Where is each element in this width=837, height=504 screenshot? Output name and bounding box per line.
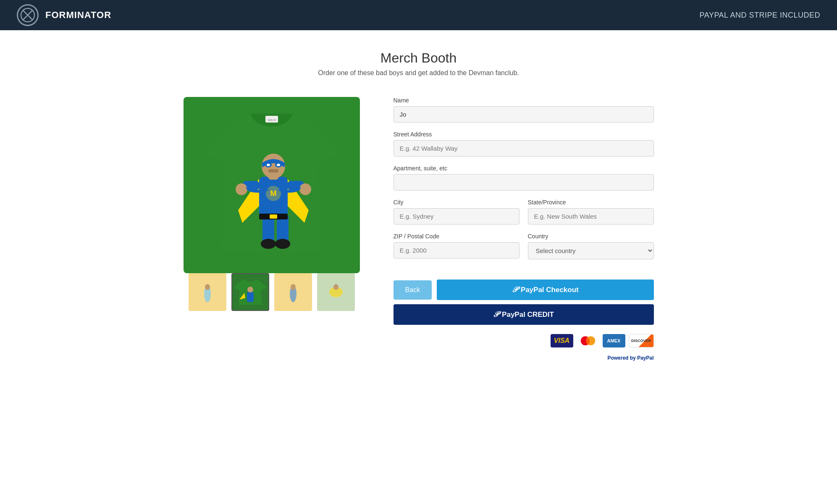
svg-text:SIZE M: SIZE M: [267, 119, 276, 121]
svg-point-19: [262, 154, 285, 179]
svg-rect-11: [270, 214, 277, 219]
payment-logos: VISA AMEX DISCOVER: [394, 334, 654, 347]
city-input[interactable]: [394, 208, 520, 225]
visa-badge: VISA: [551, 334, 573, 347]
state-label: State/Province: [528, 199, 654, 206]
svg-point-28: [247, 287, 253, 292]
svg-point-16: [236, 183, 247, 195]
product-thumbnails: [184, 273, 360, 311]
svg-point-8: [275, 239, 290, 249]
zip-country-row: ZIP / Postal Code Country Select country…: [394, 233, 654, 268]
svg-rect-27: [247, 292, 254, 302]
svg-point-22: [267, 164, 270, 166]
primary-btn-row: Back 𝒫 PayPal Checkout: [394, 279, 654, 300]
product-section: SIZE M: [184, 97, 360, 311]
svg-text:M: M: [270, 189, 276, 198]
form-section: Name Street Address Apartment, suite, et…: [394, 97, 654, 361]
zip-input[interactable]: [394, 242, 520, 259]
svg-point-26: [205, 284, 210, 290]
buttons-area: Back 𝒫 PayPal Checkout 𝒫 PayPal CREDIT V…: [394, 279, 654, 361]
page-title: Merch Booth: [184, 50, 654, 66]
zip-group: ZIP / Postal Code: [394, 233, 520, 259]
discover-badge: DISCOVER: [629, 334, 654, 347]
name-group: Name: [394, 97, 654, 123]
powered-by-brand: PayPal: [637, 355, 653, 361]
state-input[interactable]: [528, 208, 654, 225]
logo-icon: [17, 4, 39, 26]
svg-point-17: [299, 183, 311, 195]
main-layout: SIZE M: [184, 97, 654, 361]
paypal-checkout-label: PayPal Checkout: [521, 286, 579, 294]
country-label: Country: [528, 233, 654, 240]
apt-label: Apartment, suite, etc: [394, 165, 654, 172]
amex-badge: AMEX: [603, 334, 625, 347]
country-select[interactable]: Select country Australia United States U…: [528, 242, 654, 259]
street-input[interactable]: [394, 140, 654, 157]
header-tagline: PAYPAL AND STRIPE INCLUDED: [700, 11, 820, 20]
state-group: State/Province: [528, 199, 654, 225]
svg-point-30: [291, 284, 296, 290]
brand-name: FORMINATOR: [45, 10, 111, 21]
thumbnail-1[interactable]: [189, 273, 226, 311]
paypal-checkout-button[interactable]: 𝒫 PayPal Checkout: [437, 279, 653, 300]
thumbnail-2[interactable]: [231, 273, 269, 311]
city-state-row: City State/Province: [394, 199, 654, 233]
svg-point-32: [333, 284, 338, 290]
site-header: FORMINATOR PAYPAL AND STRIPE INCLUDED: [0, 0, 837, 30]
back-button[interactable]: Back: [394, 280, 432, 300]
paypal-p-icon: 𝒫: [512, 285, 517, 294]
header-left: FORMINATOR: [17, 4, 111, 26]
page-subtitle: Order one of these bad boys and get adde…: [184, 69, 654, 77]
city-group: City: [394, 199, 520, 225]
mastercard-badge: [577, 334, 599, 347]
apt-input[interactable]: [394, 174, 654, 191]
city-label: City: [394, 199, 520, 206]
paypal-credit-label: PayPal CREDIT: [502, 311, 554, 319]
country-group: Country Select country Australia United …: [528, 233, 654, 259]
name-label: Name: [394, 97, 654, 104]
zip-label: ZIP / Postal Code: [394, 233, 520, 240]
thumbnail-4[interactable]: [317, 273, 355, 311]
powered-by-text: Powered by: [607, 355, 635, 361]
street-group: Street Address: [394, 131, 654, 157]
page-content: Merch Booth Order one of these bad boys …: [167, 30, 671, 386]
paypal-credit-p-icon: 𝒫: [493, 310, 499, 319]
svg-point-23: [277, 164, 280, 166]
apt-group: Apartment, suite, etc: [394, 165, 654, 191]
powered-by: Powered by PayPal: [394, 355, 654, 361]
paypal-credit-button[interactable]: 𝒫 PayPal CREDIT: [394, 304, 654, 325]
main-product-image: SIZE M: [184, 97, 360, 273]
svg-point-7: [261, 239, 276, 249]
street-label: Street Address: [394, 131, 654, 138]
svg-rect-24: [268, 169, 278, 172]
thumbnail-3[interactable]: [274, 273, 312, 311]
name-input[interactable]: [394, 106, 654, 123]
